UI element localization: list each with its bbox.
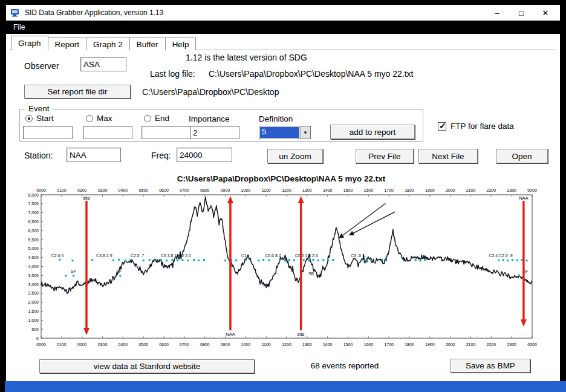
freq-input[interactable]	[177, 148, 232, 162]
window-controls: – □ ✕	[485, 5, 558, 21]
svg-text:1900: 1900	[425, 188, 435, 192]
importance-input[interactable]	[190, 126, 239, 139]
observer-label: Observer	[24, 61, 59, 71]
svg-text:C2.4 C2.0 .9: C2.4 C2.0 .9	[489, 253, 512, 258]
radio-start-dot	[25, 115, 33, 122]
svg-text:site: site	[83, 195, 90, 201]
radio-end-dot	[144, 115, 151, 122]
svg-text:1100: 1100	[262, 188, 271, 192]
radio-start[interactable]: Start	[25, 114, 54, 123]
definition-dropdown[interactable]: 5 ▼	[259, 126, 311, 139]
taskbar-accent	[5, 381, 566, 392]
svg-text:NAA: NAA	[519, 195, 528, 201]
svg-text:C6.6 8.7: C6.6 8.7	[265, 253, 281, 258]
menubar: File	[6, 21, 560, 34]
tab-help[interactable]: Help	[165, 38, 197, 50]
event-start-input[interactable]	[23, 126, 73, 139]
station-label: Station:	[24, 151, 53, 160]
open-button[interactable]: Open	[496, 149, 548, 163]
svg-text:1000: 1000	[241, 188, 251, 192]
close-button[interactable]: ✕	[533, 5, 558, 21]
svg-text:1600: 1600	[364, 188, 374, 192]
svg-text:2000: 2000	[446, 188, 455, 192]
last-log-label: Last log file:	[150, 69, 195, 79]
svg-text:0300: 0300	[98, 188, 108, 192]
app-window: SID Data Grabber Application, version 1.…	[6, 5, 560, 381]
svg-text:0500: 0500	[138, 188, 148, 192]
ftp-flare-checkbox[interactable]: FTP for flare data	[438, 122, 514, 131]
ftp-flare-checkbox-label: FTP for flare data	[451, 122, 514, 131]
svg-text:4,500: 4,500	[28, 255, 39, 260]
add-to-report-button[interactable]: add to report	[330, 125, 415, 139]
svg-text:1200: 1200	[282, 342, 291, 347]
client-area: GraphReportGraph 2BufferHelp Observer 1.…	[6, 34, 560, 381]
unzoom-button[interactable]: un Zoom	[267, 149, 323, 163]
next-file-button[interactable]: Next File	[418, 149, 478, 163]
svg-text:1800: 1800	[405, 188, 414, 192]
svg-text:C1 .: C1 .	[241, 253, 249, 258]
tab-graph[interactable]: Graph	[11, 36, 48, 51]
radio-max[interactable]: Max	[86, 114, 112, 123]
radio-end-label: End	[155, 114, 169, 123]
minimize-button[interactable]: –	[485, 5, 509, 21]
svg-text:2100: 2100	[466, 342, 476, 347]
svg-text:0600: 0600	[159, 188, 169, 192]
svg-text:1000: 1000	[241, 342, 251, 347]
report-dir-path: C:\Users\Papa\Dropbox\PC\Desktop	[142, 87, 279, 97]
tab-buffer[interactable]: Buffer	[129, 38, 166, 50]
svg-text:0900: 0900	[221, 342, 230, 347]
svg-text:2200: 2200	[487, 342, 496, 347]
svg-text:1,000: 1,000	[28, 318, 39, 322]
svg-text:2200: 2200	[487, 188, 496, 192]
importance-label: Importance	[189, 114, 230, 123]
station-input[interactable]	[67, 148, 121, 162]
svg-text:0500: 0500	[138, 342, 148, 347]
prev-file-button[interactable]: Prev File	[356, 149, 414, 163]
svg-text:0700: 0700	[180, 342, 189, 347]
sid-signal-chart: 0000000001000100020002000300030004000400…	[23, 185, 542, 356]
menu-file[interactable]: File	[6, 23, 32, 31]
chart-title: C:\Users\Papa\Dropbox\PC\Desktop\NAA 5 m…	[24, 174, 538, 183]
set-report-dir-button[interactable]: Set report file dir	[24, 85, 131, 99]
radio-max-label: Max	[97, 114, 112, 123]
svg-text:2100: 2100	[466, 188, 476, 192]
svg-text:1,500: 1,500	[28, 309, 39, 313]
svg-text:1900: 1900	[425, 342, 435, 347]
observer-input[interactable]	[80, 57, 126, 71]
svg-text:0600: 0600	[159, 342, 169, 347]
svg-text:C3 .6 1.: C3 .6 1.	[351, 253, 366, 258]
event-max-input[interactable]	[83, 126, 132, 139]
radio-end[interactable]: End	[144, 114, 169, 123]
svg-text:site: site	[298, 332, 305, 337]
last-log-path: C:\Users\Papa\Dropbox\PC\Desktop\NAA 5 m…	[209, 69, 413, 79]
svg-text:1300: 1300	[302, 342, 312, 347]
svg-text:1200: 1200	[282, 188, 291, 192]
svg-text:5,500: 5,500	[28, 238, 39, 242]
window-title: SID Data Grabber Application, version 1.…	[25, 8, 163, 17]
svg-text:1500: 1500	[343, 342, 353, 347]
svg-text:7,500: 7,500	[28, 201, 39, 206]
svg-text:2,500: 2,500	[28, 291, 39, 295]
svg-text:0000: 0000	[36, 188, 46, 192]
chevron-down-icon[interactable]: ▼	[300, 126, 310, 139]
svg-text:0400: 0400	[119, 342, 128, 347]
svg-text:2300: 2300	[507, 188, 516, 192]
maximize-button[interactable]: □	[509, 5, 533, 21]
svg-text:0000: 0000	[527, 342, 537, 347]
svg-text:6,000: 6,000	[28, 229, 39, 233]
stanford-website-button[interactable]: view data at Stanford website	[39, 359, 255, 373]
save-bmp-button[interactable]: Save as BMP	[451, 359, 530, 373]
svg-text:3,500: 3,500	[28, 273, 39, 278]
svg-text:4,000: 4,000	[28, 264, 39, 269]
svg-text:0200: 0200	[77, 342, 87, 347]
svg-text:0800: 0800	[200, 342, 210, 347]
event-group-label: Event	[25, 104, 53, 113]
svg-text:NAA: NAA	[226, 332, 235, 337]
freq-label: Freq:	[151, 151, 171, 160]
svg-text:1600: 1600	[364, 342, 374, 347]
tab-graph-2[interactable]: Graph 2	[86, 38, 130, 50]
svg-text:500: 500	[31, 327, 39, 332]
radio-max-dot	[86, 115, 93, 122]
tab-report[interactable]: Report	[48, 38, 87, 50]
event-end-input[interactable]	[142, 126, 191, 139]
